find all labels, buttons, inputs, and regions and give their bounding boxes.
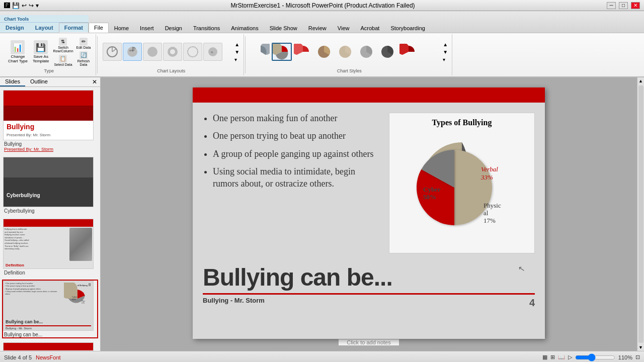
tab-outline[interactable]: Outline — [25, 77, 53, 86]
notes-placeholder: Click to add notes — [347, 339, 390, 345]
slide-1-dark-red — [4, 106, 93, 121]
svg-text:33%: 33% — [133, 48, 137, 50]
tab-transitions[interactable]: Transitions — [188, 23, 225, 33]
slide-thumb-2[interactable]: Cyberbullying 2 Cyberbullying — [2, 156, 98, 215]
slide-canvas[interactable]: One person making fun of another One per… — [193, 87, 545, 339]
fit-slide-btn[interactable]: ⊡ — [635, 354, 640, 360]
scroll-up-btn[interactable]: ▲ — [637, 77, 644, 84]
quick-redo[interactable]: ↪ — [29, 2, 34, 9]
refresh-data-button[interactable]: 🔄 RefreshData — [75, 51, 92, 67]
change-chart-type-button[interactable]: 📊 ChangeChart Type — [6, 39, 30, 64]
tab-insert[interactable]: Insert — [134, 23, 159, 33]
svg-text:33%: 33% — [79, 294, 83, 296]
slide-area: One person making fun of another One per… — [101, 77, 637, 351]
tab-format[interactable]: Format — [59, 23, 89, 33]
chart-box[interactable]: Types of Bullying — [389, 113, 535, 253]
chart-style-4[interactable] — [314, 43, 334, 61]
tab-design2[interactable]: Design — [159, 23, 188, 33]
slide-2-title: Cyberbullying — [4, 177, 93, 200]
tab-file[interactable]: File — [89, 23, 109, 33]
close-button[interactable]: ✕ — [631, 2, 640, 9]
change-chart-type-icon: 📊 — [11, 40, 25, 54]
save-as-template-label: Save AsTemplate — [33, 54, 49, 63]
tab-animations[interactable]: Animations — [225, 23, 264, 33]
slide-5-content: • Excited by dear bullying behavior • En… — [3, 342, 94, 351]
right-scrollbar[interactable]: ▲ ▼ — [637, 77, 644, 351]
tab-slides[interactable]: Slides — [0, 77, 25, 86]
view-slide-sorter-btn[interactable]: ⊞ — [550, 354, 555, 360]
chart-layout-2[interactable]: 50%33% — [123, 43, 142, 61]
switch-row-col-icon: ⇅ — [59, 38, 67, 46]
pie-overlay: Cyber 50% Verbal 33% Physic al — [399, 132, 525, 248]
slide-4-handle: ⠿ — [88, 283, 91, 288]
chart-layout-4[interactable] — [163, 43, 182, 61]
theme-name[interactable]: NewsFont — [36, 354, 61, 360]
scroll-down-btn[interactable]: ▼ — [637, 344, 644, 351]
slide-4-footer: Bullying - Mr. Storm — [4, 326, 93, 330]
quick-undo[interactable]: ↩ — [22, 2, 27, 9]
tab-layout[interactable]: Layout — [30, 23, 59, 33]
slide-thumb-3[interactable]: Bullying that is deliberateand repeated … — [2, 218, 98, 277]
view-slideshow-btn[interactable]: ▷ — [568, 354, 572, 360]
select-data-button[interactable]: 📋 Select Data — [52, 54, 74, 67]
styles-scroll-up[interactable]: ▲ — [443, 42, 448, 47]
slide-thumb-4[interactable]: • One person making fun of another • One… — [2, 280, 98, 338]
chart-tools-header: Chart Tools — [0, 16, 89, 23]
layouts-scroll-up[interactable]: ▲ — [234, 42, 239, 47]
panel-close-button[interactable]: ✕ — [89, 77, 100, 86]
notes-area[interactable]: Click to add notes — [339, 339, 398, 345]
verbal-label: Verbal — [481, 165, 498, 173]
select-data-icon: 📋 — [59, 55, 67, 63]
chart-layout-3[interactable] — [143, 43, 162, 61]
ribbon: 📊 ChangeChart Type 💾 Save AsTemplate ⇅ S… — [0, 33, 644, 77]
chart-layout-1[interactable] — [103, 43, 122, 61]
slide-thumb-1[interactable]: Bullying Presented By: Mr. Storm 1 Bully… — [2, 89, 98, 153]
view-normal-btn[interactable]: ▦ — [542, 354, 547, 360]
svg-point-9 — [188, 47, 198, 57]
quick-dropdown[interactable]: ▾ — [36, 2, 39, 9]
chart-styles-group: ▲ ▼ ▾ Chart Styles — [247, 34, 452, 75]
bullet-3: A group of people ganging up against oth… — [213, 148, 379, 160]
tab-home[interactable]: Home — [109, 23, 134, 33]
tab-design[interactable]: Design — [0, 23, 30, 33]
chart-layout-5[interactable] — [183, 43, 202, 61]
scroll-thumb[interactable] — [638, 85, 643, 343]
chart-style-7[interactable] — [377, 43, 397, 61]
chart-layout-6[interactable]: % — [203, 43, 222, 61]
type-label: Type — [44, 67, 54, 73]
chart-style-3[interactable] — [293, 43, 313, 61]
styles-scroll-down[interactable]: ▼ — [443, 49, 448, 55]
chart-style-8[interactable] — [398, 43, 419, 61]
view-reading-btn[interactable]: 📖 — [558, 354, 565, 360]
tab-acrobat[interactable]: Acrobat — [355, 23, 385, 33]
chart-style-1[interactable] — [251, 43, 271, 61]
tab-view[interactable]: View — [332, 23, 355, 33]
switch-row-col-button[interactable]: ⇅ SwitchRow/Column — [52, 37, 74, 53]
zoom-slider[interactable] — [575, 353, 615, 361]
slide-3-image-gradient — [69, 228, 92, 261]
slide-4-bullets: • One person making fun of another • One… — [5, 283, 62, 317]
edit-data-button[interactable]: ✏ Edit Data — [75, 37, 92, 50]
tab-storyboarding[interactable]: Storyboarding — [385, 23, 431, 33]
pie-chart-container: Cyber 50% Verbal 33% Physic al — [399, 132, 525, 248]
styles-more[interactable]: ▾ — [443, 57, 448, 62]
chart-style-2[interactable] — [272, 43, 292, 61]
type-items: 📊 ChangeChart Type 💾 Save AsTemplate ⇅ S… — [6, 36, 92, 67]
chart-style-6[interactable] — [356, 43, 376, 61]
status-right: ▦ ⊞ 📖 ▷ 110% ⊡ — [542, 353, 640, 361]
title-bar: 🅿 💾 ↩ ↪ ▾ MrStormExercise1 - Microsoft P… — [0, 0, 644, 11]
svg-line-2 — [112, 49, 116, 52]
slide-1-label: Bullying — [3, 141, 97, 147]
maximize-button[interactable]: □ — [619, 2, 628, 9]
save-as-template-button[interactable]: 💾 Save AsTemplate — [31, 39, 51, 64]
svg-text:17%: 17% — [82, 302, 85, 304]
quick-save[interactable]: 💾 — [12, 2, 20, 9]
chart-style-5[interactable] — [335, 43, 355, 61]
minimize-button[interactable]: ─ — [607, 2, 616, 9]
layouts-more[interactable]: ▾ — [234, 57, 239, 62]
type-group: 📊 ChangeChart Type 💾 Save AsTemplate ⇅ S… — [2, 34, 96, 75]
slide-thumb-5[interactable]: • Excited by dear bullying behavior • En… — [2, 341, 98, 351]
layouts-scroll-down[interactable]: ▼ — [234, 49, 239, 55]
tab-slideshow[interactable]: Slide Show — [264, 23, 303, 33]
tab-review[interactable]: Review — [303, 23, 332, 33]
